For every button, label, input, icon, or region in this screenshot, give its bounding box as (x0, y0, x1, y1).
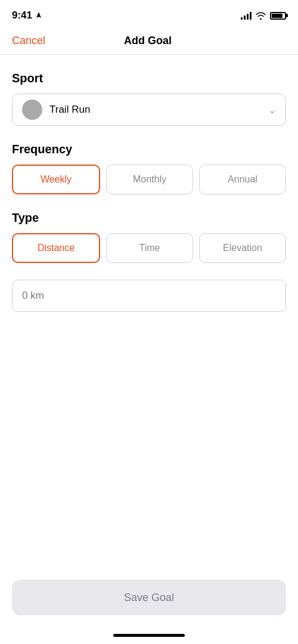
sport-left: Trail Run (22, 100, 90, 120)
cancel-button[interactable]: Cancel (12, 35, 45, 47)
battery-icon (270, 12, 286, 20)
nav-bar: Cancel Add Goal (0, 29, 298, 55)
signal-icon (241, 11, 252, 20)
sport-section: Sport Trail Run ⌄ (12, 72, 286, 126)
home-indicator (113, 634, 185, 637)
frequency-section: Frequency Weekly Monthly Annual (12, 143, 286, 194)
type-elevation-button[interactable]: Elevation (199, 233, 286, 263)
content-area: Sport Trail Run ⌄ Frequency Weekly Month… (0, 55, 298, 312)
sport-dropdown[interactable]: Trail Run ⌄ (12, 94, 286, 126)
status-time: 9:41 (12, 10, 42, 21)
frequency-button-group: Weekly Monthly Annual (12, 165, 286, 194)
distance-input[interactable] (12, 280, 286, 312)
sport-label: Sport (12, 72, 286, 85)
chevron-down-icon: ⌄ (268, 104, 276, 116)
save-goal-button[interactable]: Save Goal (12, 580, 286, 615)
frequency-weekly-button[interactable]: Weekly (12, 165, 100, 194)
sport-value: Trail Run (49, 104, 90, 116)
wifi-icon (256, 12, 266, 20)
type-distance-button[interactable]: Distance (12, 233, 100, 263)
frequency-label: Frequency (12, 143, 286, 156)
type-button-group: Distance Time Elevation (12, 233, 286, 263)
type-section: Type Distance Time Elevation (12, 211, 286, 263)
type-label: Type (12, 211, 286, 225)
save-button-container: Save Goal (0, 580, 298, 615)
page-title: Add Goal (124, 35, 172, 47)
sport-avatar (22, 100, 42, 120)
location-icon (36, 12, 42, 19)
time-display: 9:41 (12, 10, 32, 21)
frequency-annual-button[interactable]: Annual (199, 165, 286, 194)
type-time-button[interactable]: Time (106, 233, 193, 263)
frequency-monthly-button[interactable]: Monthly (106, 165, 193, 194)
status-bar: 9:41 (0, 0, 298, 29)
status-icons (241, 11, 286, 20)
